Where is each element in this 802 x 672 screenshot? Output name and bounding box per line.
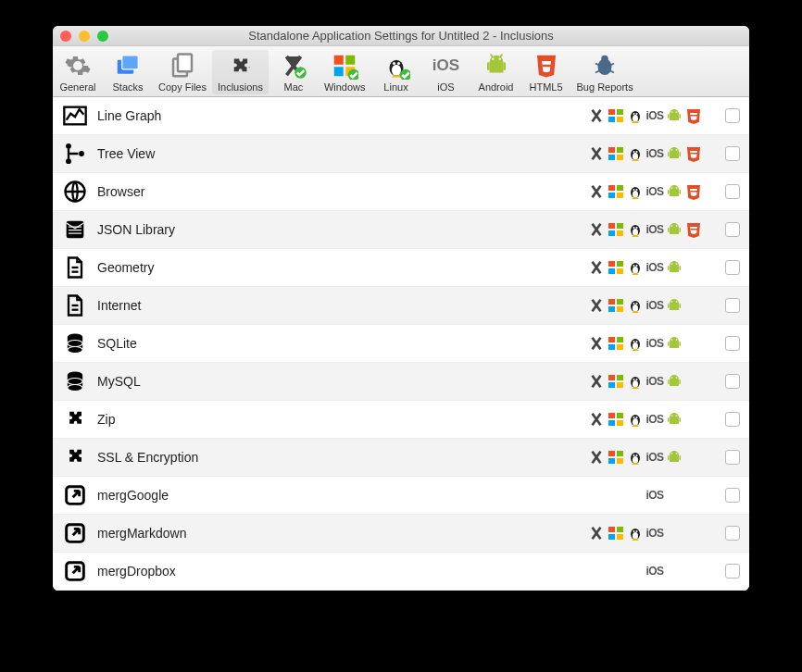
settings-window: Standalone Application Settings for Unti…	[53, 26, 749, 591]
inclusion-row[interactable]: SSL & EncryptioniOS	[53, 439, 749, 477]
svg-point-53	[671, 149, 673, 151]
platform-win-icon	[608, 221, 624, 238]
inclusion-label: Tree View	[97, 146, 588, 161]
include-checkbox[interactable]	[725, 336, 740, 351]
inclusion-row[interactable]: ZipiOS	[53, 401, 749, 439]
svg-rect-170	[617, 534, 623, 540]
toolbar-bugreports[interactable]: Bug Reports	[571, 50, 639, 94]
svg-rect-45	[608, 155, 615, 160]
windows-icon	[331, 52, 358, 80]
svg-rect-155	[608, 458, 615, 464]
traffic-lights	[60, 31, 108, 42]
include-checkbox[interactable]	[725, 412, 740, 427]
svg-point-38	[671, 111, 673, 113]
svg-rect-101	[608, 306, 615, 312]
svg-rect-153	[608, 451, 615, 456]
inclusion-row[interactable]: mergDropboxiOS	[53, 553, 749, 591]
include-checkbox[interactable]	[725, 222, 740, 237]
svg-rect-99	[608, 299, 615, 305]
include-checkbox[interactable]	[725, 260, 740, 275]
svg-point-34	[633, 113, 635, 115]
toolbar-general[interactable]: General	[53, 50, 103, 94]
svg-rect-70	[69, 233, 81, 234]
toolbar-ios[interactable]: iOSiOS	[421, 50, 471, 94]
platform-mac-icon	[588, 297, 605, 314]
inclusion-row[interactable]: BrowseriOS	[53, 173, 749, 211]
svg-point-82	[676, 225, 678, 227]
include-checkbox[interactable]	[725, 108, 740, 123]
include-checkbox[interactable]	[725, 450, 740, 465]
ios-icon: iOS	[432, 52, 460, 80]
inclusion-row[interactable]: Tree ViewiOS	[53, 135, 749, 173]
include-checkbox[interactable]	[725, 564, 740, 579]
inclusion-row[interactable]: mergMarkdowniOS	[53, 515, 749, 553]
svg-point-147	[633, 417, 635, 418]
svg-point-106	[636, 303, 638, 305]
svg-rect-74	[617, 230, 623, 236]
toolbar-label: Bug Reports	[577, 81, 633, 93]
toolbar-mac[interactable]: Mac	[269, 50, 319, 94]
svg-rect-7	[334, 67, 344, 76]
zoom-button[interactable]	[97, 31, 108, 42]
platform-html5-icon	[685, 259, 702, 276]
inclusion-row[interactable]: GeometryiOS	[53, 249, 749, 287]
platform-icons: iOS	[588, 411, 718, 428]
toolbar-inclusions[interactable]: Inclusions	[212, 50, 269, 94]
svg-point-39	[676, 111, 678, 113]
svg-point-11	[392, 65, 401, 77]
platform-linux-icon	[627, 449, 644, 466]
svg-point-124	[671, 339, 673, 341]
include-checkbox[interactable]	[725, 146, 740, 161]
ext-icon	[62, 558, 88, 584]
inclusion-row[interactable]: JSON LibraryiOS	[53, 211, 749, 249]
platform-html5-icon	[685, 563, 702, 579]
svg-point-119	[633, 342, 638, 350]
toolbar-android[interactable]: Android	[471, 50, 521, 94]
toolbar-linux[interactable]: Linux	[371, 50, 421, 94]
include-checkbox[interactable]	[725, 374, 740, 389]
svg-rect-59	[617, 193, 623, 198]
svg-point-163	[671, 453, 673, 454]
svg-rect-88	[617, 268, 623, 274]
inclusion-label: Browser	[97, 184, 588, 199]
svg-rect-5	[334, 56, 344, 65]
inclusion-label: mergDropbox	[97, 564, 588, 579]
toolbar-label: Copy Files	[158, 81, 207, 93]
svg-rect-108	[680, 304, 682, 308]
include-checkbox[interactable]	[725, 184, 740, 199]
svg-rect-86	[617, 261, 623, 267]
svg-point-77	[633, 227, 635, 229]
toolbar-html5[interactable]: HTML5	[521, 50, 571, 94]
svg-rect-161	[668, 455, 670, 460]
toolbar-windows[interactable]: Windows	[319, 50, 371, 94]
include-checkbox[interactable]	[725, 488, 740, 503]
toolbar-stacks[interactable]: Stacks	[103, 50, 153, 94]
svg-rect-130	[617, 375, 623, 380]
platform-mac-icon	[588, 525, 605, 541]
toolbar-label: HTML5	[529, 81, 562, 93]
platform-win-icon	[608, 297, 624, 314]
svg-rect-137	[668, 380, 670, 384]
svg-point-40	[66, 143, 71, 149]
close-button[interactable]	[60, 31, 71, 42]
minimize-button[interactable]	[79, 31, 90, 42]
platform-mac-icon	[588, 411, 605, 428]
platform-html5-icon	[685, 145, 702, 162]
linegraph-icon	[62, 103, 88, 129]
inclusion-row[interactable]: mergGoogleiOS	[53, 477, 749, 515]
platform-mac-icon	[588, 183, 605, 200]
svg-rect-56	[608, 185, 615, 191]
svg-point-42	[79, 151, 84, 156]
inclusion-row[interactable]: Line GraphiOS	[53, 97, 749, 135]
inclusion-row[interactable]: MySQLiOS	[53, 363, 749, 401]
platform-icons: iOS	[588, 183, 718, 200]
platform-icons: iOS	[588, 259, 718, 276]
include-checkbox[interactable]	[725, 298, 740, 313]
inclusion-row[interactable]: InternetiOS	[53, 287, 749, 325]
include-checkbox[interactable]	[725, 526, 740, 541]
svg-rect-122	[668, 342, 670, 346]
svg-point-95	[671, 263, 673, 265]
toolbar-copyfiles[interactable]: Copy Files	[153, 50, 212, 94]
inclusion-row[interactable]: SQLiteiOS	[53, 325, 749, 363]
svg-rect-51	[668, 152, 670, 156]
